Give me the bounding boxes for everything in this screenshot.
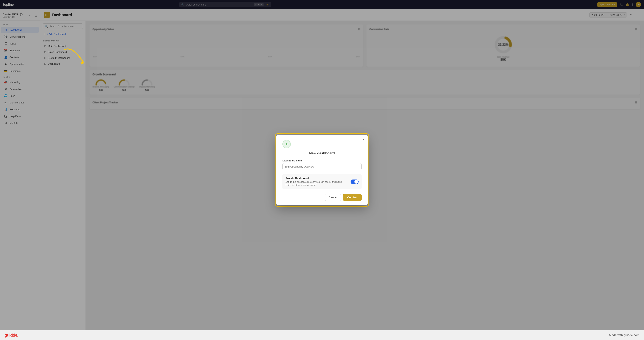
private-dashboard-toggle[interactable] <box>350 179 358 184</box>
modal-add-icon: + <box>282 140 291 148</box>
modal-highlight-ring: + × New dashboard Dashboard name Private… <box>275 133 369 207</box>
plus-icon: + <box>285 142 288 147</box>
private-dashboard-section: Private Dashboard Set up this dashboard … <box>282 174 362 189</box>
cancel-button[interactable]: Cancel <box>325 194 341 201</box>
modal-title: New dashboard <box>282 151 362 155</box>
dashboard-name-label: Dashboard name <box>282 159 362 162</box>
private-dashboard-info: Private Dashboard Set up this dashboard … <box>286 177 346 187</box>
private-dashboard-label: Private Dashboard <box>286 177 346 180</box>
modal-overlay: + × New dashboard Dashboard name Private… <box>0 0 644 340</box>
guidde-logo: guidde. <box>4 333 18 338</box>
modal-footer: Cancel Confirm <box>282 194 362 201</box>
new-dashboard-modal: + × New dashboard Dashboard name Private… <box>276 135 368 205</box>
toggle-knob <box>354 180 358 184</box>
confirm-button[interactable]: Confirm <box>343 194 362 201</box>
private-dashboard-desc: Set up this dashboard so only you can se… <box>286 180 346 187</box>
private-dashboard-row: Private Dashboard Set up this dashboard … <box>286 177 358 187</box>
modal-close-button[interactable]: × <box>362 138 365 141</box>
guidde-footer: guidde. Made with guidde.com <box>0 330 644 340</box>
dashboard-name-input[interactable] <box>282 163 362 170</box>
guidde-tagline: Made with guidde.com <box>609 334 640 337</box>
